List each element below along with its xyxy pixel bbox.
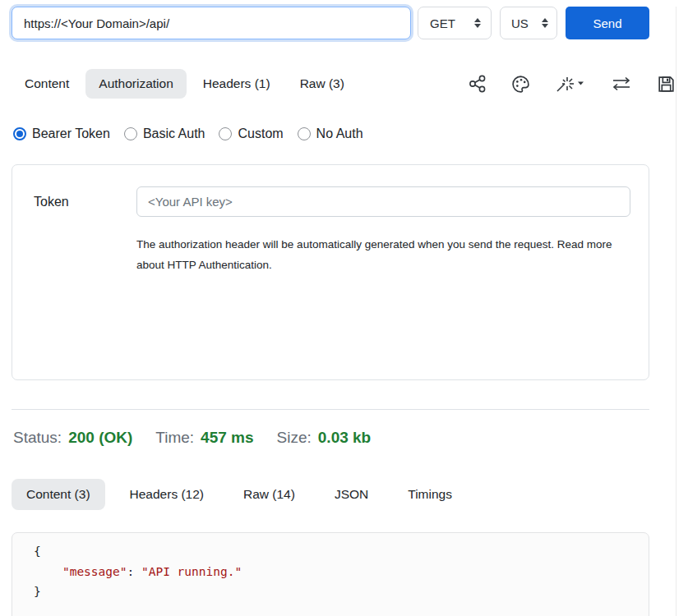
url-input[interactable]: [12, 7, 411, 39]
json-value: "API running.": [141, 565, 242, 578]
size-value: 0.03 kb: [318, 429, 371, 447]
tab-response-timings[interactable]: Timings: [393, 479, 467, 510]
radio-custom[interactable]: Custom: [219, 126, 283, 141]
tab-headers[interactable]: Headers (1): [190, 69, 284, 99]
tab-response-headers[interactable]: Headers (12): [115, 479, 219, 510]
radio-bearer-token[interactable]: Bearer Token: [13, 126, 110, 141]
time-value: 457 ms: [201, 429, 253, 447]
code-line: "message": "API running.": [34, 562, 649, 582]
response-tabs: Content (3) Headers (12) Raw (14) JSON T…: [12, 478, 676, 511]
size-label: Size:: [277, 429, 312, 447]
method-select-value: GET: [430, 16, 455, 30]
tab-content[interactable]: Content: [12, 69, 82, 99]
code-line: {: [34, 541, 649, 562]
send-button[interactable]: Send: [566, 7, 649, 39]
page-right-divider: [676, 7, 676, 616]
request-tabs: Content Authorization Headers (1) Raw (3…: [12, 68, 676, 99]
tab-raw[interactable]: Raw (3): [287, 69, 358, 99]
tab-authorization[interactable]: Authorization: [85, 69, 186, 99]
radio-no-auth[interactable]: No Auth: [298, 126, 363, 141]
radio-label: No Auth: [316, 126, 363, 141]
region-select-value: US: [511, 16, 529, 30]
toolbar-icons: [468, 74, 676, 94]
request-bar: GET US Send: [12, 7, 688, 39]
radio-label: Basic Auth: [143, 126, 205, 141]
share-icon[interactable]: [468, 74, 487, 94]
method-select[interactable]: GET: [418, 7, 492, 39]
radio-label: Custom: [238, 126, 283, 141]
select-arrows-icon: [542, 18, 548, 28]
radio-unselected-icon: [298, 127, 311, 140]
radio-unselected-icon: [124, 127, 137, 140]
tab-response-content[interactable]: Content (3): [12, 479, 105, 510]
token-panel: Token The authorization header will be a…: [12, 164, 649, 380]
token-label: Token: [34, 195, 136, 209]
response-status-bar: Status: 200 (OK) Time: 457 ms Size: 0.03…: [13, 429, 688, 447]
token-row: Token: [34, 186, 630, 217]
region-select[interactable]: US: [500, 7, 557, 39]
save-icon[interactable]: [656, 74, 676, 94]
radio-selected-icon: [13, 127, 26, 140]
code-line: }: [34, 582, 649, 602]
json-key: "message": [34, 565, 127, 578]
response-body[interactable]: { "message": "API running." }: [12, 532, 649, 616]
token-input[interactable]: [136, 186, 630, 217]
section-divider: [12, 409, 649, 410]
palette-icon[interactable]: [510, 74, 531, 94]
radio-label: Bearer Token: [32, 126, 110, 141]
swap-arrows-icon[interactable]: [610, 74, 633, 94]
radio-unselected-icon: [219, 127, 232, 140]
magic-wand-icon[interactable]: [554, 74, 587, 94]
radio-basic-auth[interactable]: Basic Auth: [124, 126, 205, 141]
auth-options: Bearer Token Basic Auth Custom No Auth: [13, 125, 688, 143]
tab-response-json[interactable]: JSON: [320, 479, 383, 510]
auth-help-text: The authorization header will be automat…: [136, 234, 616, 275]
tab-response-raw[interactable]: Raw (14): [229, 479, 310, 510]
status-value: 200 (OK): [68, 429, 132, 447]
api-client-page: GET US Send Content Authorization Header…: [0, 7, 688, 616]
time-label: Time:: [155, 429, 194, 447]
status-label: Status:: [13, 429, 62, 447]
select-arrows-icon: [474, 18, 481, 28]
